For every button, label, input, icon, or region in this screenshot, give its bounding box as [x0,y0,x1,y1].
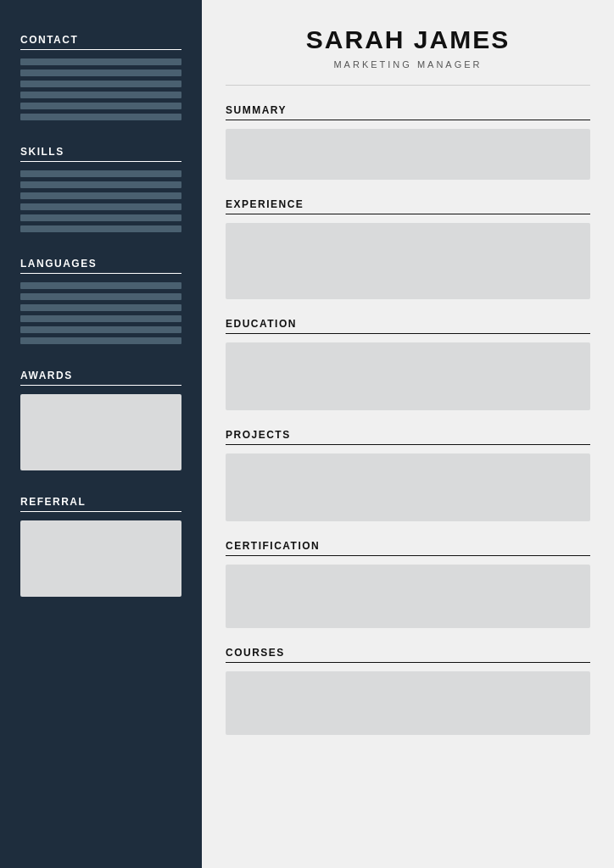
skills-line-3 [20,192,181,199]
awards-section-title: AWARDS [20,370,181,386]
skills-line-6 [20,225,181,232]
contact-line-2 [20,70,181,76]
skills-section-title: SKILLS [20,146,181,162]
contact-line-3 [20,81,181,87]
candidate-name: SARAH JAMES [226,25,590,54]
courses-title: COURSES [226,647,590,663]
languages-lines [20,282,181,344]
sidebar-section-languages: LANGUAGES [20,258,181,344]
main-content: SARAH JAMES MARKETING MANAGER SUMMARY EX… [202,0,614,868]
contact-line-1 [20,58,181,65]
referral-section-title: REFERRAL [20,496,181,512]
certification-title: CERTIFICATION [226,540,590,556]
sidebar-section-referral: REFERRAL [20,496,181,597]
section-projects: PROJECTS [226,429,590,521]
projects-content-box [226,453,590,521]
languages-line-3 [20,304,181,311]
contact-line-5 [20,103,181,109]
section-summary: SUMMARY [226,104,590,180]
experience-content-box [226,223,590,299]
section-experience: EXPERIENCE [226,198,590,299]
contact-line-4 [20,92,181,98]
skills-line-5 [20,214,181,221]
summary-title: SUMMARY [226,104,590,120]
contact-section-title: CONTACT [20,34,181,50]
skills-line-4 [20,203,181,210]
projects-title: PROJECTS [226,429,590,445]
summary-content-box [226,129,590,180]
languages-line-2 [20,293,181,300]
sidebar: CONTACT SKILLS LANGU [0,0,202,868]
languages-line-1 [20,282,181,289]
courses-content-box [226,671,590,735]
languages-line-4 [20,315,181,322]
section-certification: CERTIFICATION [226,540,590,628]
referral-content-box [20,520,181,597]
awards-content-box [20,394,181,470]
section-education: EDUCATION [226,318,590,410]
languages-line-6 [20,337,181,344]
skills-line-1 [20,170,181,177]
skills-lines [20,170,181,232]
education-content-box [226,342,590,410]
sidebar-section-awards: AWARDS [20,370,181,470]
candidate-job-title: MARKETING MANAGER [226,59,590,70]
sidebar-section-skills: SKILLS [20,146,181,232]
skills-line-2 [20,181,181,188]
header-section: SARAH JAMES MARKETING MANAGER [226,0,590,86]
experience-title: EXPERIENCE [226,198,590,214]
contact-lines [20,58,181,120]
education-title: EDUCATION [226,318,590,334]
certification-content-box [226,565,590,628]
sidebar-section-contact: CONTACT [20,34,181,120]
resume-container: CONTACT SKILLS LANGU [0,0,614,868]
contact-line-6 [20,114,181,120]
languages-line-5 [20,326,181,333]
section-courses: COURSES [226,647,590,735]
languages-section-title: LANGUAGES [20,258,181,274]
